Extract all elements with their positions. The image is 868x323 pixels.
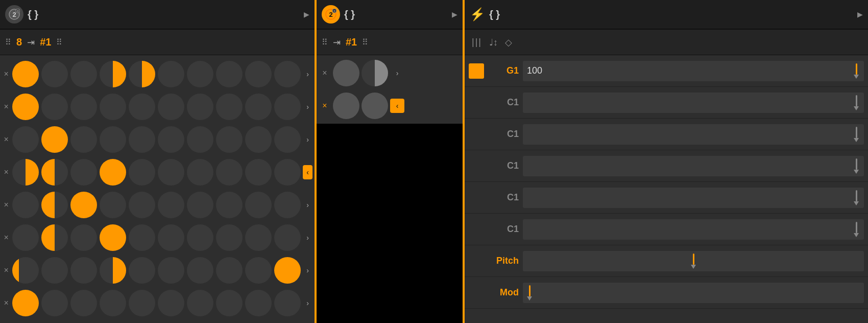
row-arrow-5[interactable]: › xyxy=(303,198,312,212)
cell[interactable] xyxy=(187,126,213,153)
cell[interactable] xyxy=(216,126,243,153)
cell[interactable] xyxy=(129,61,155,87)
cell[interactable] xyxy=(158,290,184,316)
cell[interactable] xyxy=(216,159,243,186)
cell[interactable] xyxy=(100,290,126,316)
cell[interactable] xyxy=(70,126,97,153)
param-track-c1-1[interactable] xyxy=(523,93,864,113)
cell[interactable] xyxy=(129,290,155,316)
cell[interactable] xyxy=(158,224,184,251)
cell[interactable] xyxy=(12,290,39,316)
cell[interactable] xyxy=(41,224,68,251)
cell[interactable] xyxy=(216,257,243,284)
middle-dots-icon[interactable]: ⠿ xyxy=(322,37,328,47)
param-track-c1-5[interactable] xyxy=(523,219,864,240)
cell[interactable] xyxy=(245,159,272,186)
cell[interactable] xyxy=(70,61,97,87)
cell[interactable] xyxy=(100,159,126,186)
cell[interactable] xyxy=(216,224,243,251)
mini-cell[interactable] xyxy=(333,60,359,86)
cell[interactable] xyxy=(70,257,97,284)
diamond-icon[interactable]: ◇ xyxy=(505,37,512,48)
cell[interactable] xyxy=(245,257,272,284)
row-arrow-3[interactable]: › xyxy=(303,132,312,147)
cell[interactable] xyxy=(100,192,126,218)
cell[interactable] xyxy=(129,257,155,284)
cell[interactable] xyxy=(100,126,126,153)
cell[interactable] xyxy=(274,94,301,120)
cell[interactable] xyxy=(41,159,68,186)
mini-cell[interactable] xyxy=(333,93,359,119)
row-x-3[interactable]: × xyxy=(2,135,10,144)
cell[interactable] xyxy=(245,126,272,153)
cell[interactable] xyxy=(187,61,213,87)
left-grid-icon[interactable]: ⠿ xyxy=(56,37,62,47)
cell[interactable] xyxy=(12,94,39,120)
cell[interactable] xyxy=(12,159,39,186)
cell[interactable] xyxy=(158,192,184,218)
note-icon[interactable]: ♩↕ xyxy=(489,37,498,48)
cell[interactable] xyxy=(41,290,68,316)
cell[interactable] xyxy=(274,290,301,316)
cell[interactable] xyxy=(216,94,243,120)
cell[interactable] xyxy=(70,94,97,120)
param-track-c1-4[interactable] xyxy=(523,188,864,208)
cell[interactable] xyxy=(129,224,155,251)
cell[interactable] xyxy=(158,159,184,186)
cell[interactable] xyxy=(12,257,39,284)
cell[interactable] xyxy=(70,192,97,218)
cell[interactable] xyxy=(187,192,213,218)
cell[interactable] xyxy=(70,159,97,186)
row-x-7[interactable]: × xyxy=(2,266,10,275)
cell[interactable] xyxy=(129,159,155,186)
cell[interactable] xyxy=(12,192,39,218)
cell[interactable] xyxy=(12,61,39,87)
cell[interactable] xyxy=(158,61,184,87)
bars-icon[interactable]: ||| xyxy=(472,37,482,48)
mid-arrow-1[interactable]: › xyxy=(390,66,404,80)
cell[interactable] xyxy=(245,290,272,316)
param-track-c1-2[interactable] xyxy=(523,124,864,145)
mini-cell[interactable] xyxy=(361,60,388,86)
row-arrow-4-highlight[interactable]: ‹ xyxy=(303,165,312,179)
cell[interactable] xyxy=(12,126,39,153)
row-x-2[interactable]: × xyxy=(2,102,10,111)
row-x-1[interactable]: × xyxy=(2,70,10,79)
cell[interactable] xyxy=(129,192,155,218)
param-track-c1-3[interactable] xyxy=(523,156,864,176)
row-x-5[interactable]: × xyxy=(2,200,10,210)
cell[interactable] xyxy=(158,94,184,120)
cell[interactable] xyxy=(245,224,272,251)
cell[interactable] xyxy=(274,126,301,153)
cell[interactable] xyxy=(70,224,97,251)
cell[interactable] xyxy=(41,192,68,218)
cell[interactable] xyxy=(100,257,126,284)
middle-import-icon[interactable]: ⇥ xyxy=(333,37,341,48)
cell[interactable] xyxy=(187,94,213,120)
left-import-icon[interactable]: ⇥ xyxy=(27,37,35,48)
row-x-4[interactable]: × xyxy=(2,168,10,177)
cell[interactable] xyxy=(274,224,301,251)
cell[interactable] xyxy=(158,257,184,284)
cell[interactable] xyxy=(216,61,243,87)
cell[interactable] xyxy=(187,224,213,251)
cell[interactable] xyxy=(274,61,301,87)
cell[interactable] xyxy=(129,126,155,153)
left-dots-icon[interactable]: ⠿ xyxy=(5,37,11,47)
mid-row-x-2[interactable]: × xyxy=(319,101,331,110)
row-arrow-7[interactable]: › xyxy=(303,263,312,278)
left-play-button[interactable]: ▶ xyxy=(304,10,309,18)
cell[interactable] xyxy=(100,224,126,251)
middle-grid-icon[interactable]: ⠿ xyxy=(362,37,368,47)
row-arrow-1[interactable]: › xyxy=(303,67,312,81)
cell[interactable] xyxy=(245,192,272,218)
cell[interactable] xyxy=(41,126,68,153)
cell[interactable] xyxy=(41,257,68,284)
cell[interactable] xyxy=(100,61,126,87)
row-arrow-2[interactable]: › xyxy=(303,100,312,114)
param-track-mod[interactable] xyxy=(523,283,864,303)
param-track-g1[interactable]: 100 xyxy=(523,61,864,81)
cell[interactable] xyxy=(274,257,301,284)
row-x-6[interactable]: × xyxy=(2,233,10,242)
cell[interactable] xyxy=(216,290,243,316)
